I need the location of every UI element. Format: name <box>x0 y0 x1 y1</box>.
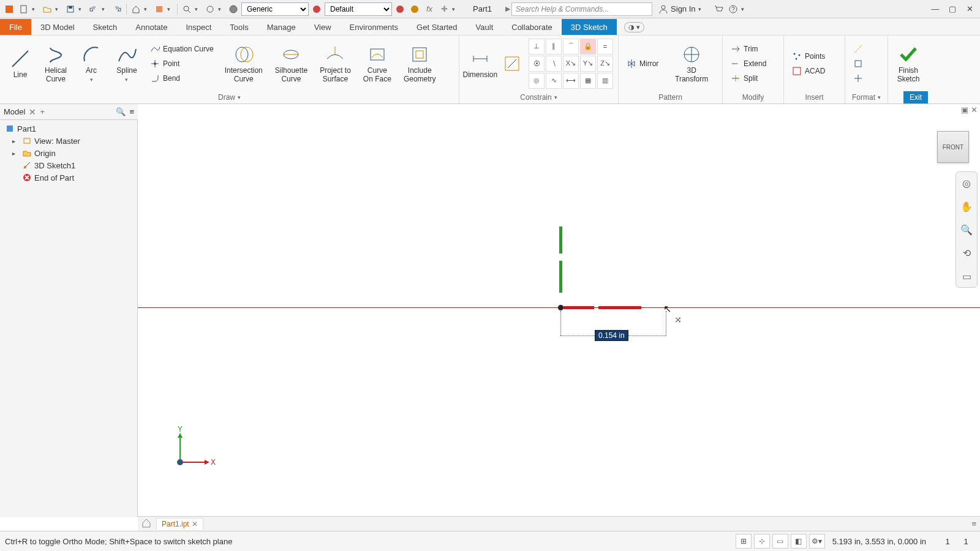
document-tab[interactable]: Part1.ipt ✕ <box>156 518 203 530</box>
zoom-icon[interactable] <box>180 2 194 16</box>
tab-inspect[interactable]: Inspect <box>176 19 221 35</box>
constraint-x[interactable]: X↘ <box>563 56 579 72</box>
nav-wheel-icon[interactable]: ◎ <box>959 176 974 190</box>
nav-zoom-icon[interactable]: 🔍 <box>959 222 974 237</box>
browser-menu-icon[interactable]: ≡ <box>129 107 134 116</box>
snap-grid-icon[interactable]: ⊞ <box>736 534 752 549</box>
plus-icon[interactable]: ✚ <box>437 2 451 16</box>
tab-sketch[interactable]: Sketch <box>84 19 127 35</box>
auto-constrain-button[interactable] <box>501 51 524 76</box>
canvas[interactable]: ▣ ✕ FRONT ◎ ✋ 🔍 ⟲ ▭ 0.154 in ↖ ⤨ X Y <box>138 104 980 517</box>
canvas-layout-icon[interactable]: ▣ <box>961 105 968 114</box>
canvas-close-icon[interactable]: ✕ <box>971 105 978 114</box>
format-centerline-button[interactable] <box>850 56 866 71</box>
dimension-input[interactable]: 0.154 in <box>595 330 628 341</box>
tab-annotate[interactable]: Annotate <box>126 19 176 35</box>
doc-tabs-menu-icon[interactable]: ≡ <box>971 519 976 528</box>
project-to-surface-button[interactable]: Project to Surface <box>316 42 355 84</box>
tab-get-started[interactable]: Get Started <box>407 19 466 35</box>
line-button[interactable]: Line <box>5 47 36 80</box>
constraint-collinear[interactable]: ∖ <box>546 56 562 72</box>
constraint-lock[interactable]: 🔒 <box>580 39 596 54</box>
dropdown-icon[interactable]: ▾ <box>741 6 748 12</box>
spline-button[interactable]: Spline▾ <box>111 42 142 84</box>
undo-icon[interactable] <box>87 2 100 16</box>
constraint-parallel[interactable]: ∥ <box>546 39 562 54</box>
browser-add-icon[interactable]: + <box>40 107 45 116</box>
redo-icon[interactable] <box>110 2 124 16</box>
dropdown-icon[interactable]: ▾ <box>195 6 202 12</box>
dimension-button[interactable]: Dimension <box>464 47 496 80</box>
browser-search-icon[interactable]: 🔍 <box>116 107 126 116</box>
constraint-concentric[interactable]: ◎ <box>529 73 545 89</box>
tree-node-end-of-part[interactable]: End of Part <box>0 171 137 184</box>
dropdown-icon[interactable]: ▾ <box>55 6 62 12</box>
open-icon[interactable] <box>40 2 54 16</box>
appearance-icon[interactable] <box>310 2 323 16</box>
material-icon[interactable] <box>227 2 240 16</box>
browser-close-icon[interactable]: ✕ <box>29 107 36 117</box>
tab-3d-sketch[interactable]: 3D Sketch <box>562 19 617 35</box>
snap-point-icon[interactable]: ⊹ <box>754 534 770 549</box>
tab-environments[interactable]: Environments <box>341 19 407 35</box>
nav-lookat-icon[interactable]: ▭ <box>959 269 974 283</box>
dropdown-icon[interactable]: ▾ <box>452 6 459 12</box>
silhouette-curve-button[interactable]: Silhouette Curve <box>271 42 311 84</box>
constraint-fix[interactable]: ▦ <box>580 73 596 89</box>
tab-vault[interactable]: Vault <box>467 19 503 35</box>
tree-node-origin[interactable]: ▸Origin <box>0 147 137 159</box>
sketch-origin-point[interactable] <box>558 305 564 310</box>
include-geometry-button[interactable]: Include Geometry <box>400 42 440 84</box>
doc-nav-icon[interactable]: ▶ <box>505 5 510 13</box>
search-input[interactable]: Search Help & Commands... <box>511 2 652 16</box>
helical-curve-button[interactable]: Helical Curve <box>40 42 71 84</box>
tab-file[interactable]: File <box>0 19 31 35</box>
snap-object-icon[interactable]: ▭ <box>772 534 788 549</box>
snap-midpoint-icon[interactable]: ◧ <box>791 534 807 549</box>
tab-view[interactable]: View <box>305 19 341 35</box>
fx-icon[interactable]: fx <box>423 2 436 16</box>
equation-curve-button[interactable]: Equation Curve <box>147 42 216 56</box>
status-options-icon[interactable]: ⚙▾ <box>809 534 825 549</box>
tab-collaborate[interactable]: Collaborate <box>502 19 562 35</box>
intersection-curve-button[interactable]: Intersection Curve <box>221 42 266 84</box>
nav-pan-icon[interactable]: ✋ <box>959 199 974 214</box>
tab-tools[interactable]: Tools <box>221 19 257 35</box>
constraint-perpendicular[interactable]: ⊥ <box>529 39 545 54</box>
new-icon[interactable] <box>17 2 31 16</box>
color-icon[interactable] <box>393 2 407 16</box>
arc-button[interactable]: Arc▾ <box>76 42 107 84</box>
select-icon[interactable] <box>153 2 166 16</box>
curve-on-face-button[interactable]: Curve On Face <box>360 42 395 84</box>
bend-button[interactable]: Bend <box>147 71 216 86</box>
doc-home-icon[interactable] <box>141 518 151 530</box>
dropdown-icon[interactable]: ▾ <box>32 6 39 12</box>
constraint-equal[interactable]: = <box>597 39 613 54</box>
minimize-button[interactable]: — <box>927 2 943 16</box>
3d-transform-button[interactable]: 3D Transform <box>666 42 717 84</box>
dropdown-icon[interactable]: ▾ <box>167 6 175 12</box>
tree-root-part[interactable]: Part1 <box>0 122 137 135</box>
constraint-tangent[interactable]: ⌒ <box>563 39 579 54</box>
tree-node-view[interactable]: ▸View: Master <box>0 135 137 147</box>
constraint-coincident[interactable]: ⦿ <box>529 56 545 72</box>
tab-appearance-toggle[interactable]: ◑ ▾ <box>624 22 644 32</box>
point-button[interactable]: Point <box>147 56 216 71</box>
finish-sketch-button[interactable]: Finish Sketch <box>893 42 924 84</box>
material-combo[interactable]: Generic <box>241 2 309 16</box>
nav-orbit-icon[interactable]: ⟲ <box>959 246 974 260</box>
acad-button[interactable]: ACAD <box>789 64 827 78</box>
globe-icon[interactable] <box>408 2 421 16</box>
format-construction-button[interactable] <box>850 42 866 56</box>
dropdown-icon[interactable]: ▾ <box>218 6 225 12</box>
mirror-button[interactable]: Mirror <box>624 56 661 71</box>
tab-close-icon[interactable]: ✕ <box>192 520 198 528</box>
format-points-button[interactable] <box>850 71 866 86</box>
cart-icon[interactable] <box>712 2 725 16</box>
restore-button[interactable]: ▢ <box>944 2 960 16</box>
dropdown-icon[interactable]: ▾ <box>102 6 109 12</box>
points-button[interactable]: Points <box>789 49 827 64</box>
constraint-onplane[interactable]: ▥ <box>597 73 613 89</box>
home-icon[interactable] <box>129 2 143 16</box>
constraint-z[interactable]: Z↘ <box>597 56 613 72</box>
